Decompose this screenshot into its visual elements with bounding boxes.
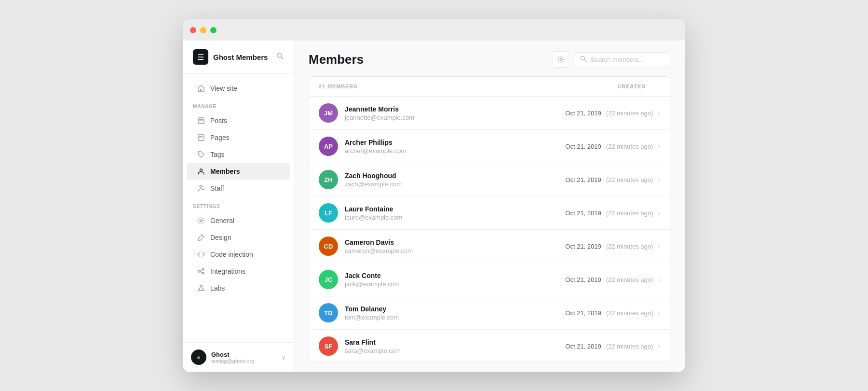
member-date: Oct 21, 2019 <box>565 110 601 117</box>
code-injection-icon <box>197 250 205 259</box>
member-date: Oct 21, 2019 <box>565 143 601 150</box>
sidebar-item-pages[interactable]: Pages <box>187 129 290 146</box>
row-chevron-icon: › <box>658 276 660 283</box>
sidebar-item-integrations[interactable]: Integrations <box>187 263 290 279</box>
svg-point-21 <box>581 56 585 60</box>
member-date-relative: (22 minutes ago) <box>606 309 653 317</box>
member-name: Archer Phillips <box>345 139 565 146</box>
member-date-relative: (22 minutes ago) <box>606 276 653 283</box>
sidebar-item-design[interactable]: Design <box>187 229 290 246</box>
table-row[interactable]: ZH Zach Hooghoud zach@example.com Oct 21… <box>309 163 670 196</box>
tags-icon <box>197 150 205 159</box>
member-date-relative: (22 minutes ago) <box>606 343 653 350</box>
member-email: tom@example.com <box>345 314 565 321</box>
member-date: Oct 21, 2019 <box>565 176 601 183</box>
member-name: Laure Fontaine <box>345 205 565 213</box>
posts-icon <box>197 116 205 125</box>
staff-icon <box>197 184 205 193</box>
svg-point-10 <box>200 153 201 154</box>
member-info: Jack Conte jack@example.com <box>345 272 565 288</box>
sidebar-footer[interactable]: ● Ghost testing@ghost.org ∨ <box>183 342 294 372</box>
sidebar-header: ☰ Ghost Members <box>183 41 294 74</box>
sidebar-item-label: Members <box>210 168 240 175</box>
footer-user-email: testing@ghost.org <box>211 358 254 364</box>
brand-name: Ghost Members <box>213 53 268 61</box>
main-header-right <box>553 51 670 68</box>
member-date: Oct 21, 2019 <box>565 243 601 250</box>
member-meta: Oct 21, 2019 (22 minutes ago) <box>565 110 653 117</box>
member-date: Oct 21, 2019 <box>565 309 601 317</box>
svg-line-22 <box>584 60 586 62</box>
member-avatar: TD <box>319 303 338 322</box>
search-box[interactable] <box>574 52 670 67</box>
member-date-relative: (22 minutes ago) <box>606 243 653 250</box>
sidebar-item-tags[interactable]: Tags <box>187 146 290 163</box>
app-body: ☰ Ghost Members <box>183 41 685 372</box>
row-chevron-icon: › <box>658 309 660 317</box>
member-info: Cameron Davis cameron@example.com <box>345 238 565 254</box>
members-count-label: 21 MEMBERS <box>319 84 357 89</box>
search-icon <box>580 56 587 64</box>
sidebar-nav: View site MANAGE Posts <box>183 74 294 303</box>
table-row[interactable]: JC Jack Conte jack@example.com Oct 21, 2… <box>309 263 670 296</box>
member-avatar: CD <box>319 237 338 256</box>
main-content: Members <box>294 41 685 372</box>
member-meta: Oct 21, 2019 (22 minutes ago) <box>565 176 653 183</box>
row-chevron-icon: › <box>658 342 660 350</box>
minimize-button[interactable] <box>200 27 206 33</box>
sidebar-item-label: Staff <box>210 184 224 192</box>
member-info: Tom Delaney tom@example.com <box>345 305 565 321</box>
member-avatar: SF <box>319 336 338 356</box>
member-name: Jeannette Morris <box>345 105 565 113</box>
maximize-button[interactable] <box>210 27 217 33</box>
sidebar-item-general[interactable]: General <box>187 212 290 229</box>
sidebar-item-label: Labs <box>210 284 225 292</box>
pages-icon <box>197 133 205 142</box>
table-row[interactable]: AP Archer Phillips archer@example.com Oc… <box>309 130 670 163</box>
member-date-relative: (22 minutes ago) <box>606 143 653 150</box>
member-email: archer@example.com <box>345 147 565 154</box>
members-table: 21 MEMBERS CREATED JM Jeannette Morris j… <box>309 76 670 362</box>
sidebar-section-settings: SETTINGS <box>183 197 294 212</box>
member-email: jeannette@example.com <box>345 114 565 121</box>
member-info: Zach Hooghoud zach@example.com <box>345 172 565 188</box>
footer-user-info: Ghost testing@ghost.org <box>211 351 254 364</box>
main-header: Members <box>294 41 685 76</box>
sidebar-item-members[interactable]: Members <box>187 163 290 180</box>
sidebar-brand[interactable]: ☰ Ghost Members <box>193 49 268 65</box>
search-input[interactable] <box>591 56 664 63</box>
member-email: sara@example.com <box>345 347 565 354</box>
sidebar-item-label: General <box>210 217 234 224</box>
row-chevron-icon: › <box>658 242 660 250</box>
table-row[interactable]: JM Jeannette Morris jeannette@example.co… <box>309 97 670 130</box>
table-row[interactable]: TD Tom Delaney tom@example.com Oct 21, 2… <box>309 296 670 330</box>
member-name: Sara Flint <box>345 338 565 346</box>
member-info: Sara Flint sara@example.com <box>345 338 565 354</box>
sidebar-item-code-injection[interactable]: Code injection <box>187 246 290 263</box>
sidebar: ☰ Ghost Members <box>183 41 294 372</box>
sidebar-item-labs[interactable]: Labs <box>187 280 290 296</box>
svg-line-1 <box>281 57 283 59</box>
svg-point-16 <box>202 272 204 274</box>
member-date: Oct 21, 2019 <box>565 276 601 283</box>
sidebar-search-icon[interactable] <box>276 52 284 62</box>
sidebar-item-view-site[interactable]: View site <box>187 80 290 97</box>
table-row[interactable]: SF Sara Flint sara@example.com Oct 21, 2… <box>309 330 670 362</box>
table-row[interactable]: CD Cameron Davis cameron@example.com Oct… <box>309 230 670 263</box>
page-title: Members <box>309 52 364 67</box>
close-button[interactable] <box>190 27 196 33</box>
table-header: 21 MEMBERS CREATED <box>309 77 670 97</box>
members-settings-button[interactable] <box>553 51 569 68</box>
sidebar-item-staff[interactable]: Staff <box>187 180 290 196</box>
svg-point-12 <box>200 186 203 188</box>
design-icon <box>197 233 205 242</box>
table-row[interactable]: LF Laure Fontaine laure@example.com Oct … <box>309 196 670 230</box>
sidebar-item-posts[interactable]: Posts <box>187 112 290 129</box>
member-date: Oct 21, 2019 <box>565 343 601 350</box>
member-info: Jeannette Morris jeannette@example.com <box>345 105 565 121</box>
member-avatar: LF <box>319 203 338 223</box>
member-info: Laure Fontaine laure@example.com <box>345 205 565 221</box>
member-avatar: ZH <box>319 170 338 189</box>
footer-user: ● Ghost testing@ghost.org <box>191 349 254 365</box>
member-meta: Oct 21, 2019 (22 minutes ago) <box>565 343 653 350</box>
